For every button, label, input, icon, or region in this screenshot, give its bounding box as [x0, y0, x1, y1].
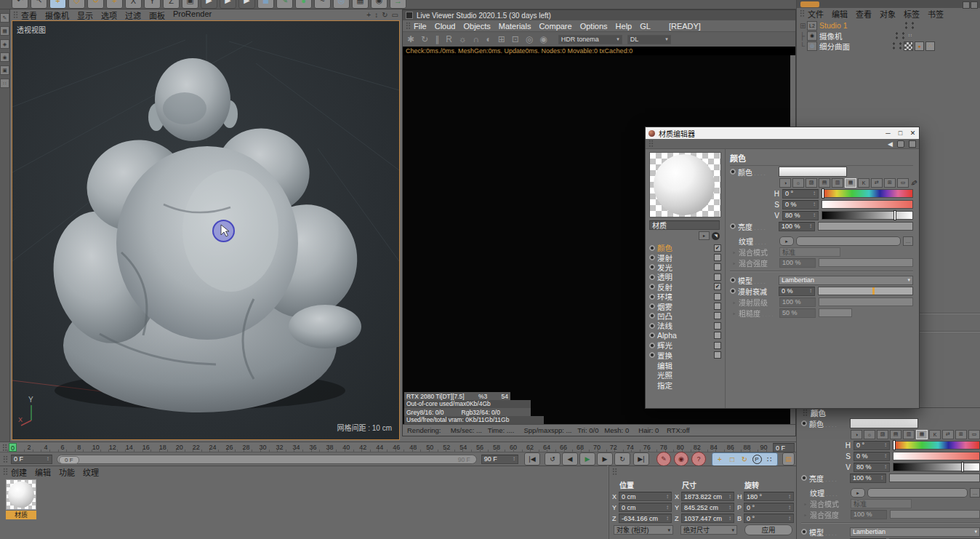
object-manager-menu-item-3[interactable]: 对象 — [880, 8, 896, 20]
object-manager-menu-item-4[interactable]: 标签 — [904, 8, 920, 20]
channel-state-icon[interactable] — [801, 475, 807, 481]
render-picture-icon[interactable]: ▶ — [220, 0, 236, 9]
channel-radio-icon[interactable] — [649, 264, 655, 270]
channel-row-environment[interactable]: 环境 — [649, 292, 721, 301]
channel-extra-item-2[interactable]: 指定 — [649, 380, 722, 389]
drag-grip-icon[interactable] — [406, 22, 411, 30]
maximize-button[interactable]: □ — [894, 129, 907, 137]
channel-checkbox[interactable] — [714, 293, 721, 300]
subdivision-icon[interactable]: ◎ — [333, 0, 350, 9]
coordinate-value-field[interactable]: 845.252 cm↕ — [681, 503, 734, 512]
image-icon[interactable]: ▨ — [877, 430, 888, 439]
material-manager-menu-item-0[interactable]: 创建 — [11, 466, 27, 478]
viewport-menu-item-2[interactable]: 显示 — [77, 9, 93, 21]
previous-key-button[interactable]: ↺ — [545, 452, 561, 466]
spinner-icon[interactable]: ↕ — [728, 505, 731, 511]
v-slider[interactable] — [822, 211, 913, 220]
current-frame-field[interactable]: 0 F — [773, 443, 795, 452]
channel-checkbox[interactable] — [714, 254, 721, 261]
record-scale-toggle[interactable]: □ — [726, 454, 738, 465]
next-frame-button[interactable]: ▶ — [597, 452, 613, 466]
visibility-dots-icon[interactable] — [895, 31, 899, 40]
spectrum-icon[interactable]: ☼ — [792, 178, 804, 188]
dock-tab-active[interactable] — [800, 1, 819, 7]
viewport-menu-item-1[interactable]: 摄像机 — [45, 9, 69, 21]
drag-grip-icon[interactable] — [3, 455, 8, 463]
channel-state-icon[interactable] — [730, 277, 736, 283]
drag-grip-icon[interactable] — [803, 409, 808, 417]
channel-state-icon[interactable] — [730, 169, 736, 175]
back-arrow-icon[interactable]: ◀ — [888, 140, 893, 148]
spinner-icon[interactable]: ↕ — [666, 516, 669, 522]
channel-extra-item-1[interactable]: 光照 — [649, 370, 722, 380]
phong-tag-icon[interactable]: ∴ — [925, 41, 935, 51]
screen-icon[interactable]: ▭ — [897, 178, 909, 188]
channel-radio-icon[interactable] — [649, 245, 655, 251]
viewport-3d-view[interactable]: 透视视图 Y X 网格间距 : 10 cm — [12, 20, 400, 440]
eyedropper-icon[interactable]: ✎ — [908, 178, 918, 186]
play-button[interactable]: ▶ — [579, 452, 595, 466]
target-tag-icon[interactable]: ∷ — [907, 32, 915, 40]
drag-grip-icon[interactable] — [648, 140, 654, 148]
h-slider-marker[interactable] — [822, 189, 824, 198]
channel-checkbox[interactable]: ✔ — [714, 244, 721, 252]
render-start-icon[interactable]: ✱ — [407, 34, 414, 44]
range-end-field[interactable]: 90 F ↕ — [481, 455, 518, 464]
pen-tool-icon[interactable]: ✎ — [276, 0, 293, 9]
goto-end-button[interactable]: ▶| — [633, 452, 649, 466]
lock-resolution-icon[interactable]: ∩ — [473, 34, 480, 44]
record-point-level-toggle[interactable]: ∷ — [763, 454, 775, 465]
falloff-slider[interactable] — [818, 287, 913, 295]
live-viewer-menu-item-6[interactable]: Help — [616, 22, 632, 31]
s-value-field[interactable]: 0 %↕ — [854, 452, 890, 461]
image-icon[interactable]: ▨ — [806, 178, 817, 188]
coordinate-value-field[interactable]: -634.166 cm↕ — [619, 514, 672, 523]
viewport-label[interactable]: 透视视图 — [17, 24, 46, 35]
drag-grip-icon[interactable] — [3, 468, 8, 476]
spinner-icon[interactable]: ↕ — [788, 494, 791, 500]
live-viewer-menu-item-3[interactable]: Materials — [499, 22, 531, 31]
channel-state-icon[interactable] — [730, 223, 736, 229]
channel-checkbox[interactable] — [714, 322, 721, 330]
timeline-playhead[interactable]: 0 — [9, 443, 17, 452]
dock-options-icon[interactable] — [963, 1, 970, 9]
live-viewer-menu-item-4[interactable]: Compare — [539, 22, 571, 31]
h-value-field[interactable]: 0 °↕ — [854, 441, 890, 450]
channel-row-color[interactable]: 颜色✔ — [649, 243, 721, 252]
brightness-slider[interactable] — [889, 474, 980, 482]
dock-close-icon[interactable] — [971, 1, 978, 9]
timeline-layers-button[interactable]: ▤ — [782, 452, 795, 466]
next-key-button[interactable]: ↻ — [614, 452, 630, 466]
primitive-cube-icon[interactable]: ◼ — [257, 0, 274, 9]
channel-checkbox[interactable] — [714, 332, 721, 339]
record-parameter-toggle[interactable]: P — [751, 454, 763, 465]
channel-row-luminance[interactable]: 发光 — [649, 263, 721, 272]
compact-icon[interactable]: ⊞ — [884, 178, 896, 188]
channel-radio-icon[interactable] — [649, 284, 655, 290]
detach-icon[interactable] — [909, 140, 916, 148]
spinner-icon[interactable]: ↕ — [47, 456, 49, 462]
v-value-field[interactable]: 80 %↕ — [854, 463, 890, 472]
render-dots-icon[interactable] — [901, 31, 905, 40]
channel-row-reflectance[interactable]: 反射✔ — [649, 282, 721, 292]
table-icon[interactable]: ▦ — [352, 0, 369, 9]
channel-row-diffusion[interactable]: 漫射 — [649, 252, 721, 262]
kelvin-icon[interactable]: K — [929, 430, 941, 439]
spectrum-icon[interactable]: ☼ — [864, 430, 875, 439]
rotate-icon[interactable]: ↻ — [87, 0, 104, 9]
toggle-view-icon[interactable]: ▭ — [392, 11, 398, 19]
object-manager-menu-item-0[interactable]: 文件 — [808, 8, 824, 20]
spinner-icon[interactable]: ↕ — [728, 494, 731, 500]
spinner-icon[interactable]: ↕ — [813, 201, 816, 207]
drag-grip-icon[interactable] — [13, 11, 18, 19]
coordinate-value-field[interactable]: 0 °↕ — [744, 503, 794, 512]
texture-tag-icon[interactable]: ● — [915, 41, 924, 51]
channel-radio-icon[interactable] — [649, 323, 655, 329]
x-axis-icon[interactable]: X — [125, 0, 142, 9]
texture-file-button[interactable] — [867, 488, 968, 498]
channel-state-icon[interactable] — [730, 288, 736, 294]
spinner-icon[interactable]: ↕ — [513, 456, 515, 462]
hsv-sliders-icon[interactable]: ▦ — [916, 430, 928, 439]
channel-row-transparency[interactable]: 透明 — [649, 272, 721, 282]
select-icon[interactable]: ↖ — [31, 0, 47, 9]
